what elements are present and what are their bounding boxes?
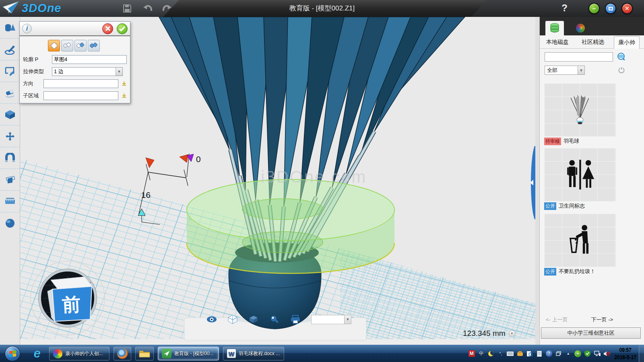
- subregion-input[interactable]: [43, 91, 118, 100]
- window-label: 康小帅的个人创...: [65, 350, 103, 357]
- help-button[interactable]: ?: [561, 2, 568, 14]
- scale-dropdown-icon[interactable]: ▼: [509, 330, 515, 337]
- eraser-tool-button[interactable]: [0, 82, 20, 104]
- measure-tool-button[interactable]: [0, 191, 20, 212]
- taskbar-window-word[interactable]: W 羽毛球教程.docx ...: [223, 347, 284, 360]
- antivirus-icon[interactable]: +: [574, 350, 581, 357]
- network-icon[interactable]: [594, 350, 601, 357]
- ime-m-icon[interactable]: M: [469, 350, 475, 357]
- sidebar-gutter[interactable]: [535, 17, 540, 345]
- combine-tool-button[interactable]: [0, 169, 20, 191]
- extrude-option-3[interactable]: [74, 40, 87, 51]
- close-button[interactable]: ✕: [621, 3, 633, 14]
- list-item-caption[interactable]: 公开 卫生间标志: [544, 202, 585, 210]
- clock-time: 09:57: [614, 346, 636, 354]
- document-icon[interactable]: [536, 350, 543, 357]
- list-item-caption[interactable]: 公开 不要乱扔垃圾！: [544, 268, 595, 275]
- tab-user[interactable]: 康小帅: [614, 36, 640, 49]
- item-name[interactable]: 羽毛球: [564, 138, 579, 145]
- sketch-tool-button[interactable]: [0, 39, 20, 60]
- sidebar-collapse-handle[interactable]: [528, 146, 535, 219]
- power-icon[interactable]: [618, 67, 625, 73]
- visibility-button[interactable]: [206, 315, 217, 324]
- windows-logo-icon: [9, 350, 16, 357]
- database-icon: [550, 23, 559, 33]
- security-shield-icon[interactable]: [584, 350, 591, 357]
- chevron-down-icon[interactable]: ▼: [344, 315, 351, 324]
- extrude-type-dropdown[interactable]: 1 边 ▼: [52, 67, 123, 76]
- primitives-icon: [4, 23, 16, 33]
- search-doc-icon[interactable]: [526, 350, 533, 357]
- chevron-down-icon[interactable]: ▼: [578, 66, 584, 74]
- list-item-thumbnail[interactable]: [544, 148, 616, 202]
- direction-input[interactable]: [43, 79, 118, 88]
- status-badge: 待审核: [544, 138, 561, 145]
- next-page-button[interactable]: 下一页 ->: [591, 316, 613, 323]
- community-link-button[interactable]: 中小学三维创意社区: [541, 327, 641, 339]
- show-desktop-button[interactable]: [639, 345, 644, 362]
- drag-cone-red-left[interactable]: [146, 158, 154, 168]
- minimize-button[interactable]: –: [588, 3, 600, 14]
- pick-subregion-icon[interactable]: [122, 92, 127, 99]
- list-item-caption[interactable]: 待审核 羽毛球: [544, 138, 579, 145]
- dialog-cancel-button[interactable]: [102, 23, 113, 34]
- shaded-view-button[interactable]: [248, 315, 259, 324]
- zoom-button[interactable]: [269, 315, 280, 324]
- chevron-down-icon[interactable]: ▼: [116, 68, 122, 76]
- restore-window-icon[interactable]: [555, 350, 562, 357]
- community-tab-button[interactable]: [571, 21, 590, 35]
- sogou-moon-icon[interactable]: [487, 350, 494, 357]
- taskbar: e 康小帅的个人创... 教育版 - [模型00... W 羽毛球教程.docx…: [0, 345, 644, 362]
- list-item-thumbnail[interactable]: [544, 214, 616, 267]
- tab-community-featured[interactable]: 社区精选: [578, 36, 608, 48]
- toolbox-icon[interactable]: [516, 350, 523, 357]
- volume-muted-icon[interactable]: [603, 350, 610, 357]
- extrude-option-4[interactable]: [88, 40, 100, 51]
- render-tool-button[interactable]: [0, 212, 20, 234]
- keyboard-icon[interactable]: [507, 350, 514, 357]
- info-icon[interactable]: i: [22, 24, 32, 33]
- assemble-tool-button[interactable]: [0, 147, 20, 169]
- move-tool-button[interactable]: [0, 125, 20, 147]
- dimension-value-label[interactable]: 16: [141, 190, 151, 200]
- prev-page-button[interactable]: <- 上一页: [546, 316, 568, 323]
- tab-local-disk[interactable]: 本地磁盘: [542, 36, 573, 48]
- move-icon: [4, 131, 16, 142]
- ime-mode-icon[interactable]: °,: [497, 350, 504, 357]
- list-item-thumbnail[interactable]: [544, 83, 616, 137]
- wireframe-view-button[interactable]: [227, 315, 238, 324]
- item-name[interactable]: 不要乱扔垃圾！: [559, 268, 595, 275]
- primitives-tool-button[interactable]: [0, 17, 20, 39]
- start-button[interactable]: [5, 346, 20, 361]
- extrude-preview-ring[interactable]: [187, 179, 394, 274]
- taskbar-clock[interactable]: 09:57 2016-5-17: [614, 346, 636, 361]
- hidden-icons-arrow[interactable]: ▲: [565, 350, 572, 357]
- sidebar-tabs: 本地磁盘 社区精选 康小帅: [540, 35, 644, 49]
- extrude-option-1[interactable]: [48, 40, 60, 51]
- taskbar-window-browser[interactable]: 康小帅的个人创...: [49, 347, 109, 360]
- view-preset-dropdown[interactable]: ▼: [311, 315, 351, 324]
- search-input[interactable]: [545, 52, 613, 62]
- save-button[interactable]: [121, 2, 134, 15]
- redo-button[interactable]: [161, 2, 174, 15]
- taskbar-window-3done[interactable]: 教育版 - [模型00...: [158, 347, 219, 360]
- dialog-ok-button[interactable]: [117, 23, 128, 34]
- ime-language-icon[interactable]: 中: [478, 350, 485, 357]
- search-icon[interactable]: [617, 52, 626, 61]
- filter-dropdown[interactable]: 全部 ▼: [545, 66, 585, 75]
- extrude-option-2[interactable]: [61, 40, 73, 51]
- print-button[interactable]: [290, 315, 301, 324]
- profile-input[interactable]: [52, 55, 127, 64]
- undo-button[interactable]: [141, 2, 154, 15]
- library-tab-button[interactable]: [545, 21, 564, 35]
- extrude-dialog: i 轮廓 P 拉伸类型 1 边 ▼ 方向: [19, 21, 130, 103]
- features-tool-button[interactable]: [0, 104, 20, 125]
- taskbar-firefox-button[interactable]: [114, 347, 131, 360]
- item-name[interactable]: 卫生间标志: [559, 202, 585, 210]
- edit-sketch-tool-button[interactable]: [0, 60, 20, 82]
- tray-help-icon[interactable]: ?: [546, 350, 552, 357]
- pick-direction-icon[interactable]: [122, 80, 127, 87]
- restore-button[interactable]: [605, 3, 616, 14]
- internet-explorer-button[interactable]: e: [29, 346, 45, 361]
- taskbar-explorer-button[interactable]: [135, 347, 154, 360]
